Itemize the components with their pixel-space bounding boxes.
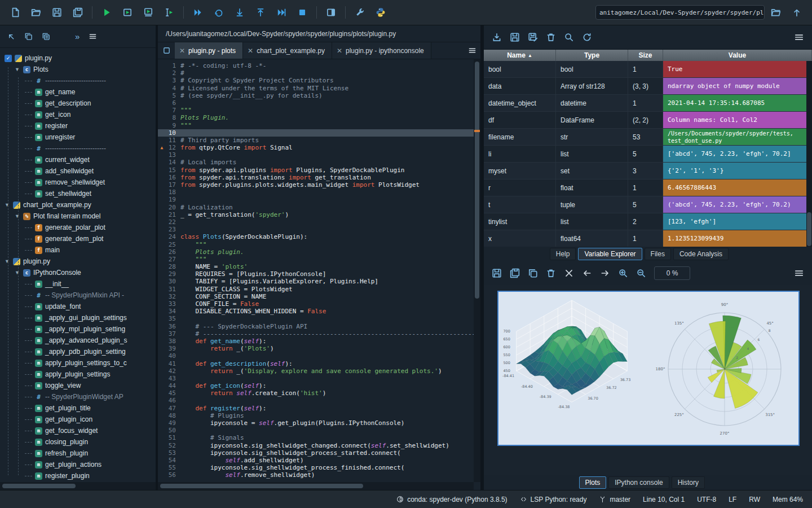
scrollbar-handle[interactable] (2, 484, 76, 488)
outline-item[interactable]: #--------------------------- (0, 143, 156, 154)
editor-vertical-scrollbar[interactable] (474, 59, 480, 482)
code-line-36[interactable]: 36 # --- SpyderDockablePlugin API (158, 323, 474, 330)
code-line-27[interactable]: 27 """ (158, 256, 474, 263)
code-line-20[interactable]: 20# Localization (158, 204, 474, 211)
zoom-in-button[interactable] (618, 268, 628, 278)
variable-row-x[interactable]: xfloat6411.1235123099439 (484, 230, 812, 247)
outline-item[interactable]: m_apply_mpl_plugin_setting (0, 323, 156, 335)
code-line-38[interactable]: 38 def get_name(self): (158, 338, 474, 345)
save-data-button[interactable] (510, 32, 520, 42)
code-line-1[interactable]: 1# -*- coding: utf-8 -*- (158, 62, 474, 69)
outline-item[interactable]: ▼chart_plot_example.py (0, 199, 156, 211)
code-line-10[interactable]: 10 (158, 129, 474, 137)
close-tab-icon[interactable]: ✕ (248, 47, 253, 55)
code-line-19[interactable]: 19 (158, 196, 474, 203)
code-line-41[interactable]: 41 def get_description(self): (158, 360, 474, 367)
new-file-button[interactable] (6, 3, 25, 22)
column-header-value[interactable]: Value (663, 50, 812, 61)
outline-item[interactable]: mget_plugin_title (0, 402, 156, 414)
tab-ipython-console[interactable]: IPython console (608, 476, 669, 489)
code-line-13[interactable]: 13 (158, 151, 474, 159)
variable-value[interactable]: ['abcd', 745, 2.23, 'efgh', 70.2] (663, 146, 812, 162)
outline-item[interactable]: ▼cPlots (0, 64, 156, 75)
outline-item[interactable]: mapply_plugin_settings_to_c (0, 357, 156, 369)
code-line-35[interactable]: 35 (158, 315, 474, 322)
tab-files[interactable]: Files (645, 248, 671, 260)
plots-options-button[interactable] (794, 268, 804, 278)
outline-item[interactable]: ▼plugin.py (0, 256, 156, 267)
expand-chevron-icon[interactable]: ▼ (15, 213, 20, 219)
outline-item[interactable]: #--------------------------- (0, 75, 156, 86)
parent-directory-button[interactable] (787, 3, 806, 22)
browse-directory-button[interactable] (766, 3, 785, 22)
column-header-name[interactable]: Name▲ (484, 50, 556, 61)
code-line-12[interactable]: ▲12from qtpy.QtCore import Signal (158, 144, 474, 151)
code-line-26[interactable]: 26 Plots plugin. (158, 248, 474, 256)
remove-variable-button[interactable] (546, 32, 556, 42)
variable-row-li[interactable]: lilist5['abcd', 745, 2.23, 'efgh', 70.2] (484, 146, 812, 163)
variable-value[interactable]: Column names: Col1, Col2 (663, 112, 812, 128)
plot-figure[interactable]: 450500550600650700-84.41-84.40-84.39-84.… (497, 291, 800, 446)
code-line-22[interactable]: 22 (158, 218, 474, 226)
outline-item[interactable]: m_apply_gui_plugin_settings (0, 312, 156, 323)
outline-item[interactable]: mclosing_plugin (0, 436, 156, 448)
save-all-plots-button[interactable] (510, 268, 520, 278)
variable-value[interactable]: 6.46567886443 (663, 179, 812, 196)
code-line-16[interactable]: 16from spyder.api.translations import ge… (158, 174, 474, 181)
code-line-54[interactable]: 54 self.add_shellwidget) (158, 457, 474, 464)
editor-tab[interactable]: ✕plugin.py - plots (175, 42, 243, 59)
run-cell-button[interactable] (118, 3, 137, 22)
outline-item[interactable]: mregister_plugin (0, 470, 156, 481)
maximize-pane-button[interactable] (321, 3, 341, 22)
code-line-4[interactable]: 4# Licensed under the terms of the MIT L… (158, 85, 474, 92)
variable-row-filename[interactable]: filenamestr53/Users/Documents/spyder/spy… (484, 129, 812, 146)
outline-item[interactable]: mrefresh_plugin (0, 448, 156, 459)
variable-row-t[interactable]: ttuple5('abcd', 745, 2.23, 'efgh', 70.2) (484, 196, 812, 213)
open-file-button[interactable] (27, 3, 46, 22)
code-line-37[interactable]: 37 # -----------------------------------… (158, 330, 474, 338)
save-plot-button[interactable] (492, 268, 502, 278)
browse-tabs-button[interactable] (158, 42, 175, 59)
code-line-45[interactable]: 45 return self.create_icon('hist') (158, 389, 474, 397)
copy-cells-button[interactable] (24, 32, 33, 41)
variable-row-datetime_object[interactable]: datetime_objectdatetime12021-04-14 17:35… (484, 95, 812, 112)
code-line-3[interactable]: 3# Copyright © Spyder Project Contributo… (158, 77, 474, 84)
editor-tab[interactable]: ✕chart_plot_example.py (243, 42, 332, 59)
code-line-55[interactable]: 55 ipyconsole.sig_shellwidget_process_fi… (158, 464, 474, 471)
code-line-49[interactable]: 49 ipyconsole = self.get_plugin(Plugins.… (158, 419, 474, 427)
code-line-25[interactable]: 25 """ (158, 241, 474, 248)
continue-button[interactable] (272, 3, 291, 22)
code-line-34[interactable]: 34 DISABLE_ACTIONS_WHEN_HIDDEN = False (158, 308, 474, 315)
variable-row-tinylist[interactable]: tinylistlist2[123, 'efgh'] (484, 213, 812, 230)
outline-item[interactable]: mget_icon (0, 109, 156, 120)
outline-item[interactable]: m_apply_pdb_plugin_setting (0, 346, 156, 357)
column-header-type[interactable]: Type (556, 50, 628, 61)
code-line-5[interactable]: 5# (see spyder/__init__.py for details) (158, 92, 474, 99)
preferences-button[interactable] (350, 3, 369, 22)
close-tab-icon[interactable]: ✕ (337, 47, 342, 55)
code-line-31[interactable]: 31 WIDGET_CLASS = PlotsWidget (158, 286, 474, 293)
code-line-2[interactable]: 2# (158, 69, 474, 77)
outline-item[interactable]: m__init__ (0, 278, 156, 290)
code-line-32[interactable]: 32 CONF_SECTION = NAME (158, 293, 474, 300)
code-line-7[interactable]: 7""" (158, 107, 474, 114)
outline-item[interactable]: mremove_shellwidget (0, 177, 156, 188)
variable-value[interactable]: 2021-04-14 17:35:14.687085 (663, 95, 812, 111)
variable-value[interactable]: {'2', '1', '3'} (663, 163, 812, 179)
run-cell-advance-button[interactable] (139, 3, 158, 22)
code-line-8[interactable]: 8Plots Plugin. (158, 114, 474, 121)
scrollbar-handle[interactable] (475, 62, 479, 299)
variable-value[interactable]: /Users/Documents/spyder/spyder/tests, te… (663, 129, 812, 145)
run-selection-button[interactable] (160, 3, 179, 22)
expand-chevron-icon[interactable]: ▼ (5, 259, 10, 264)
close-tab-icon[interactable]: ✕ (179, 47, 185, 55)
code-line-47[interactable]: 47 def register(self): (158, 405, 474, 412)
copy-plot-button[interactable] (528, 268, 538, 278)
outline-item[interactable]: m_apply_advanced_plugin_s (0, 335, 156, 346)
scrollbar-handle[interactable] (807, 212, 811, 246)
variable-value[interactable]: ('abcd', 745, 2.23, 'efgh', 70.2) (663, 196, 812, 213)
tab-variable-explorer[interactable]: Variable Explorer (578, 248, 642, 260)
code-line-18[interactable]: 18 (158, 189, 474, 196)
code-line-46[interactable]: 46 (158, 397, 474, 404)
code-line-42[interactable]: 42 return _('Display, explore and save c… (158, 367, 474, 375)
